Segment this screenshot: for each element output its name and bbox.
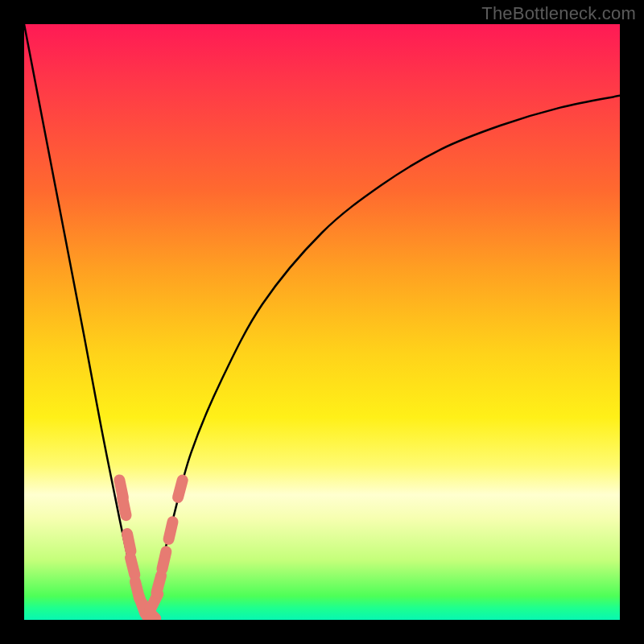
curve-marker (127, 534, 130, 551)
curve-marker (162, 551, 166, 568)
curve-layer (24, 24, 620, 620)
curve-marker (156, 576, 161, 592)
curve-marker (130, 558, 134, 575)
curve-marker (122, 498, 126, 516)
curve-marker (169, 522, 173, 539)
bottleneck-curve-path (24, 24, 620, 614)
bottleneck-curve (24, 24, 620, 614)
watermark-label: TheBottleneck.com (481, 3, 636, 24)
plot-area (24, 24, 620, 620)
curve-markers (119, 480, 182, 620)
chart-frame: TheBottleneck.com (0, 0, 644, 644)
curve-marker (178, 481, 183, 497)
